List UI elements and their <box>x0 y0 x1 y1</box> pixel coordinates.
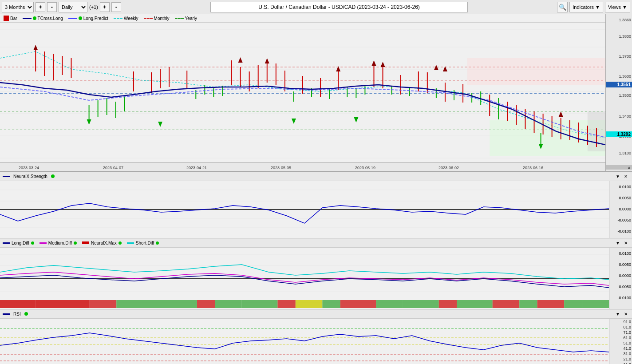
neuralx-axis-n0100: -0.0100 <box>617 229 631 233</box>
legend-longpredict-label: Long.Predict <box>83 16 108 21</box>
longdiff-controls: ▼ ✕ <box>614 239 629 246</box>
zoom-in-button[interactable]: + <box>100 2 110 12</box>
price-label-3100: 1.3100 <box>619 151 631 155</box>
right-controls: Indicators ▼ Views ▼ <box>569 2 630 12</box>
price-label-3700: 1.3700 <box>619 54 631 59</box>
monthly-line-icon <box>144 18 153 19</box>
price-label-3500: 1.3500 <box>619 93 631 98</box>
svg-rect-111 <box>242 300 278 308</box>
rsi-dropdown-button[interactable]: ▼ <box>614 310 621 317</box>
indicators-button[interactable]: Indicators ▼ <box>569 2 603 12</box>
weekly-line-icon <box>114 18 122 19</box>
rsi-close-button[interactable]: ✕ <box>622 310 629 317</box>
shortdiff-line-icon <box>127 242 134 244</box>
svg-rect-112 <box>277 300 295 308</box>
yearly-line-icon <box>175 18 184 19</box>
svg-rect-104 <box>0 300 36 308</box>
price-label-3551: 1.3551 <box>606 82 632 87</box>
svg-rect-125 <box>0 319 609 364</box>
date-label-0: 2023-03-24 <box>19 166 39 170</box>
mediumdiff-line-icon <box>40 242 47 244</box>
longdiff-axis-0000: 0.0000 <box>619 273 631 278</box>
svg-rect-113 <box>296 300 323 308</box>
rsi-body: 91.0 81.0 71.0 61.0 51.0 41.0 31.0 21.0 … <box>0 319 632 364</box>
bar-icon <box>4 16 9 21</box>
svg-rect-122 <box>537 300 565 308</box>
longdiff-axis-0100: 0.0100 <box>619 251 631 256</box>
rsi-axis-21: 21.0 <box>623 357 631 361</box>
legend-monthly-label: Monthly <box>154 16 170 21</box>
period-plus-button[interactable]: + <box>36 2 45 12</box>
longdiff-axis: 0.0100 0.0050 0.0000 -0.0050 -0.0100 <box>609 248 632 309</box>
longdiff-line-icon <box>3 242 10 244</box>
views-button[interactable]: Views ▼ <box>605 2 630 12</box>
longdiff-dot-icon <box>31 241 34 245</box>
legend-weekly: Weekly <box>114 16 138 21</box>
rsi-axis-61: 61.0 <box>623 336 631 340</box>
longpredict-dot-icon <box>79 16 82 20</box>
legend-bar: Bar <box>4 16 17 21</box>
longdiff-axis-n0050: -0.0050 <box>617 285 631 289</box>
increment-label: (+1) <box>89 4 98 10</box>
neuralxmax-box-icon <box>82 241 89 244</box>
longdiff-header: Long.Diff Medium.Diff NeuralX.Max Short.… <box>0 238 632 248</box>
date-axis: 2023-03-24 2023-04-07 2023-04-21 2023-05… <box>0 162 605 171</box>
date-label-3: 2023-05-05 <box>271 166 291 170</box>
interval-select[interactable]: Daily Weekly Monthly <box>59 2 87 12</box>
neuralx-line-icon <box>3 176 10 177</box>
title-bar <box>123 2 555 12</box>
svg-rect-117 <box>403 300 439 308</box>
price-legend: Bar TCross.Long Long.Predict Weekly <box>0 14 605 23</box>
svg-rect-115 <box>340 300 376 308</box>
neuralx-chart[interactable] <box>0 181 609 238</box>
rsi-svg <box>0 319 609 364</box>
price-label-3400: 1.3400 <box>619 114 631 119</box>
svg-rect-116 <box>376 300 403 308</box>
price-svg <box>0 23 605 162</box>
neuralx-axis-0100: 0.0100 <box>619 185 631 189</box>
mediumdiff-title: Medium.Diff <box>48 241 72 245</box>
svg-rect-118 <box>439 300 457 308</box>
neuralx-svg <box>0 181 609 238</box>
price-label-3869: 1.3869 <box>619 18 631 22</box>
neuralx-axis-0050: 0.0050 <box>619 196 631 200</box>
svg-rect-109 <box>197 300 215 308</box>
neuralx-dropdown-button[interactable]: ▼ <box>614 173 621 180</box>
legend-longpredict: Long.Predict <box>68 16 108 21</box>
date-label-1: 2023-04-07 <box>103 166 123 170</box>
date-label-5: 2023-06-02 <box>438 166 459 170</box>
period-minus-button[interactable]: - <box>47 2 57 12</box>
longpredict-line-icon <box>68 18 77 19</box>
search-button[interactable]: 🔍 <box>557 2 568 12</box>
chart-title-input[interactable] <box>210 2 468 12</box>
tcross-line-icon <box>23 18 32 19</box>
neuralx-axis-0000: 0.0000 <box>619 207 631 211</box>
neuralx-body: 0.0100 0.0050 0.0000 -0.0050 -0.0100 <box>0 181 632 238</box>
toolbar: 3 Months 1 Month 6 Months 1 Year + - Dai… <box>0 0 632 14</box>
period-select[interactable]: 3 Months 1 Month 6 Months 1 Year <box>2 2 34 12</box>
neuralx-axis-n0050: -0.0050 <box>617 218 631 222</box>
svg-rect-119 <box>457 300 493 308</box>
longdiff-chart[interactable] <box>0 248 609 309</box>
legend-tcross: TCross.Long <box>23 16 63 21</box>
rsi-chart[interactable] <box>0 319 609 364</box>
neuralx-strength-panel: NeuralX.Strength ▼ ✕ <box>0 172 632 238</box>
date-label-4: 2023-05-19 <box>355 166 375 170</box>
longdiff-body: 0.0100 0.0050 0.0000 -0.0050 -0.0100 <box>0 248 632 309</box>
longdiff-close-button[interactable]: ✕ <box>622 239 629 246</box>
zoom-out-button[interactable]: - <box>111 2 121 12</box>
price-chart-main[interactable]: Bar TCross.Long Long.Predict Weekly <box>0 14 605 171</box>
longdiff-dropdown-button[interactable]: ▼ <box>614 239 621 246</box>
shortdiff-title: Short.Diff <box>136 241 154 245</box>
neuralx-strength-header: NeuralX.Strength ▼ ✕ <box>0 172 632 181</box>
longdiff-legend: Long.Diff Medium.Diff NeuralX.Max Short.… <box>3 241 159 245</box>
price-label-3800: 1.3800 <box>619 34 631 39</box>
mediumdiff-dot-icon <box>74 241 77 245</box>
price-label-3202: 1.3202 <box>606 131 632 137</box>
svg-rect-124 <box>582 300 609 308</box>
price-axis: 1.3869 1.3800 1.3700 1.3600 1.3551 1.350… <box>605 14 632 171</box>
svg-rect-120 <box>493 300 520 308</box>
svg-rect-13 <box>467 58 605 85</box>
legend-yearly: Yearly <box>175 16 197 21</box>
neuralx-close-button[interactable]: ✕ <box>622 173 629 180</box>
